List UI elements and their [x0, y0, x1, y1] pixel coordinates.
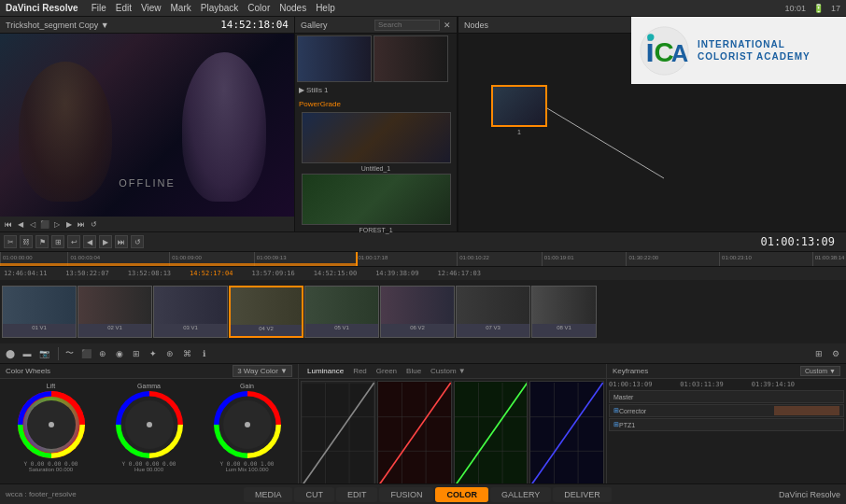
menu-edit[interactable]: Edit: [116, 3, 132, 13]
triangle-icon: ▶: [299, 86, 304, 94]
ica-line1: INTERNATIONAL: [698, 38, 811, 50]
curve-red-svg: [378, 382, 451, 487]
ica-text: INTERNATIONAL COLORIST ACADEMY: [698, 38, 811, 63]
tab-gallery[interactable]: GALLERY: [490, 487, 551, 502]
person-left-silhouette: [19, 62, 112, 202]
curve-tab-red[interactable]: Red: [350, 367, 370, 375]
curve-tab-custom[interactable]: Custom ▼: [428, 367, 469, 375]
tl-flag-btn[interactable]: ⚑: [35, 235, 49, 248]
curve-lum[interactable]: [301, 381, 375, 488]
mask-btn[interactable]: ◉: [113, 347, 126, 360]
menu-file[interactable]: File: [92, 3, 106, 13]
key-btn[interactable]: ⌘: [180, 347, 193, 360]
preview-timecode: 14:52:18:04: [220, 19, 289, 31]
curve-blue-svg: [530, 382, 603, 487]
curve-green-container: Intensity 100: [454, 381, 529, 499]
color-toolbar: ⬤ ▬ 📷 〜 ⬛ ⊕ ◉ ⊞ ✦ ⊛ ⌘ ℹ ⊞ ⚙: [0, 343, 846, 364]
clip-04[interactable]: 04 V2: [229, 286, 303, 338]
menu-mark[interactable]: Mark: [171, 3, 191, 13]
play-back-btn[interactable]: ◀: [16, 219, 25, 229]
hsl-btn[interactable]: ⬛: [79, 347, 92, 360]
loop-btn[interactable]: ↺: [89, 219, 98, 229]
menu-view[interactable]: View: [141, 3, 162, 13]
color-bars-btn[interactable]: ▬: [21, 347, 34, 360]
kf-tc-0: 01:00:13:09: [609, 381, 652, 388]
color-cam-btn[interactable]: 📷: [37, 347, 50, 360]
preview-title: Trickshot_segment Copy ▼ 14:52:18:04: [0, 17, 294, 34]
gallery-thumb1[interactable]: [302, 112, 451, 163]
gain-wheel[interactable]: [214, 391, 281, 458]
tab-color[interactable]: COLOR: [435, 487, 488, 502]
clip-02[interactable]: 02 V1: [78, 286, 152, 338]
tl-arrow-btn[interactable]: ↩: [67, 235, 80, 248]
curves-btn[interactable]: 〜: [63, 347, 76, 360]
skip-back-btn[interactable]: ⏮: [4, 219, 13, 229]
menu-help[interactable]: Help: [316, 3, 335, 13]
gamma-wheel-container: Gamma Y 0.00: [102, 383, 196, 472]
gallery-thumb-top-left[interactable]: [297, 35, 372, 82]
tl-undo-btn[interactable]: ↺: [131, 235, 144, 248]
menu-nodes[interactable]: Nodes: [279, 3, 306, 13]
clip-05[interactable]: 05 V1: [304, 286, 379, 338]
tl-link-btn[interactable]: ⛓: [20, 235, 33, 248]
gallery-thumb-top-right[interactable]: [374, 35, 448, 82]
gallery-thumb2[interactable]: [302, 174, 451, 225]
menu-color[interactable]: Color: [247, 3, 270, 13]
tl-prev-btn[interactable]: ◀: [83, 235, 96, 248]
play-btn[interactable]: ▶: [64, 219, 74, 229]
tab-media[interactable]: MEDIA: [244, 487, 293, 502]
tl-magnet-btn[interactable]: ⊞: [51, 235, 64, 248]
tl-skip-fwd-btn[interactable]: ⏭: [115, 235, 128, 248]
clip-01[interactable]: 01 V1: [2, 286, 77, 338]
tab-edit[interactable]: EDIT: [336, 487, 378, 502]
tab-deliver[interactable]: DELIVER: [553, 487, 612, 502]
clip-08[interactable]: 08 V1: [531, 286, 597, 338]
curve-green[interactable]: [454, 381, 529, 488]
clip-06[interactable]: 06 V2: [380, 286, 455, 338]
magic-btn[interactable]: ✦: [147, 347, 160, 360]
node-box-1[interactable]: [491, 85, 547, 127]
svg-point-15: [147, 422, 152, 427]
curve-tab-lum[interactable]: Luminance: [304, 367, 346, 375]
skip-fwd-btn[interactable]: ⏭: [77, 219, 86, 229]
tab-cut[interactable]: CUT: [294, 487, 334, 502]
gallery-top-row: [295, 34, 457, 84]
tl-next-btn[interactable]: ▶: [99, 235, 112, 248]
cw-mode[interactable]: 3 Way Color ▼: [233, 365, 292, 377]
blur-btn[interactable]: ⊛: [163, 347, 176, 360]
gain-wheel-svg: [214, 391, 281, 458]
tab-fusion[interactable]: FUSION: [379, 487, 433, 502]
menu-playback[interactable]: Playback: [201, 3, 239, 13]
tl-scissors-btn[interactable]: ✂: [4, 235, 17, 248]
gallery-close-icon[interactable]: ✕: [444, 21, 451, 30]
curve-red[interactable]: [377, 381, 452, 488]
prev-frame-btn[interactable]: ◁: [28, 219, 37, 229]
clip-03[interactable]: 03 V1: [153, 286, 228, 338]
info-btn[interactable]: ℹ: [197, 347, 210, 360]
track-timecodes: 12:46:04:11 13:50:22:07 13:52:08:13 14:5…: [0, 267, 846, 280]
qualifier-btn[interactable]: ⊕: [96, 347, 109, 360]
color-wheel-btn[interactable]: ⬤: [4, 347, 17, 360]
gallery-thumb2-container[interactable]: FOREST_1: [295, 174, 457, 233]
preview-image: OFFLINE: [0, 34, 294, 217]
curve-tab-blue[interactable]: Blue: [403, 367, 424, 375]
curve-tab-green[interactable]: Green: [374, 367, 400, 375]
kf-mode[interactable]: Custom ▼: [800, 366, 840, 376]
preview-controls: ⏮ ◀ ◁ ⬛ ▷ ▶ ⏭ ↺: [0, 217, 294, 231]
powergrades-label[interactable]: PowerGrade: [295, 98, 457, 110]
clip-07[interactable]: 07 V3: [456, 286, 530, 338]
curve-blue[interactable]: [529, 381, 604, 488]
lift-wheel[interactable]: [18, 391, 85, 458]
gamma-wheel[interactable]: [116, 391, 183, 458]
gallery-thumb1-container[interactable]: Untitled_1: [295, 112, 457, 172]
gain-wheel-container: Gain Y 0.00: [200, 383, 294, 472]
stop-btn[interactable]: ⬛: [40, 219, 49, 229]
settings-btn[interactable]: ⚙: [829, 347, 842, 360]
grid-btn[interactable]: ⊞: [812, 347, 825, 360]
gallery-search[interactable]: [374, 20, 440, 31]
gallery-header: Gallery ✕: [295, 17, 457, 34]
lift-label: Lift: [47, 383, 55, 389]
tracker-btn[interactable]: ⊞: [130, 347, 143, 360]
timeline-timecode: 01:00:13:09: [754, 235, 842, 248]
next-frame-btn[interactable]: ▷: [52, 219, 62, 229]
